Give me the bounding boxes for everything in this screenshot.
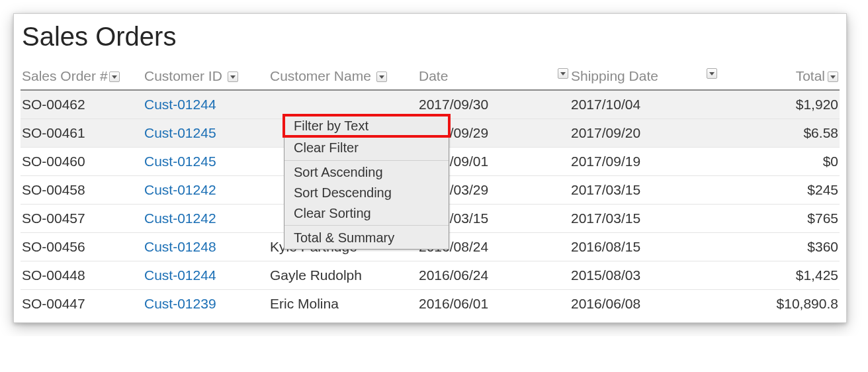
col-header-order[interactable]: Sales Order # <box>21 64 143 90</box>
cell-cust-id: Cust-01245 <box>143 119 269 148</box>
cell-ship: 2015/08/03 <box>570 261 718 290</box>
cell-order: SO-00458 <box>21 176 143 205</box>
col-header-cust-name[interactable]: Customer Name <box>269 64 417 90</box>
col-header-cust-id[interactable]: Customer ID <box>143 64 269 90</box>
page-title: Sales Orders <box>22 21 840 52</box>
cell-total: $1,920 <box>718 90 840 119</box>
customer-link[interactable]: Cust-01242 <box>144 210 216 226</box>
cell-ship: 2017/09/19 <box>570 148 718 176</box>
col-header-total-label: Total <box>796 68 825 83</box>
menu-clear-sorting[interactable]: Clear Sorting <box>284 203 449 224</box>
dropdown-icon[interactable] <box>376 71 387 82</box>
cell-total: $765 <box>718 205 840 233</box>
col-header-total[interactable]: Total <box>718 64 840 90</box>
cell-order: SO-00460 <box>21 148 143 176</box>
cell-cust-id: Cust-01244 <box>143 90 269 119</box>
menu-total-summary[interactable]: Total & Summary <box>284 227 449 249</box>
cell-ship: 2017/09/20 <box>570 119 718 148</box>
cell-total: $1,425 <box>718 261 840 290</box>
cell-total: $245 <box>718 176 840 205</box>
cell-cust-id: Cust-01242 <box>143 205 269 233</box>
cell-date: 2016/06/01 <box>417 290 570 316</box>
cell-cust-id: Cust-01244 <box>143 261 269 290</box>
dropdown-icon[interactable] <box>109 71 120 82</box>
cell-cust-id: Cust-01239 <box>143 290 269 316</box>
col-header-cust-name-label: Customer Name <box>270 68 371 83</box>
menu-separator <box>284 225 449 226</box>
col-header-ship-label: Shipping Date <box>571 68 658 83</box>
col-header-date[interactable]: Date <box>417 64 570 90</box>
cell-cust-name: Gayle Rudolph <box>269 261 417 290</box>
menu-sort-descending[interactable]: Sort Descending <box>284 183 449 203</box>
cell-order: SO-00456 <box>21 233 143 261</box>
column-context-menu: Filter by Text Clear Filter Sort Ascendi… <box>284 115 449 250</box>
cell-order: SO-00461 <box>21 119 143 148</box>
cell-ship: 2016/06/08 <box>570 290 718 316</box>
cell-ship: 2016/08/15 <box>570 233 718 261</box>
customer-link[interactable]: Cust-01245 <box>144 125 216 140</box>
customer-link[interactable]: Cust-01244 <box>144 267 216 283</box>
customer-link[interactable]: Cust-01245 <box>144 154 216 169</box>
cell-ship: 2017/10/04 <box>570 90 718 119</box>
cell-order: SO-00457 <box>21 205 143 233</box>
col-header-ship[interactable]: Shipping Date <box>570 64 718 90</box>
table-row[interactable]: SO-00447Cust-01239Eric Molina2016/06/012… <box>21 290 840 316</box>
customer-link[interactable]: Cust-01244 <box>144 97 216 112</box>
cell-order: SO-00462 <box>21 90 143 119</box>
dropdown-icon[interactable] <box>828 71 838 82</box>
menu-separator <box>284 160 449 161</box>
customer-link[interactable]: Cust-01248 <box>144 239 216 254</box>
cell-total: $0 <box>718 148 840 176</box>
menu-sort-ascending[interactable]: Sort Ascending <box>284 162 449 183</box>
menu-clear-filter[interactable]: Clear Filter <box>284 137 449 159</box>
table-header-row: Sales Order # Customer ID Customer Name … <box>21 64 840 90</box>
menu-filter-by-text[interactable]: Filter by Text <box>284 115 449 137</box>
cell-total: $360 <box>718 233 840 261</box>
customer-link[interactable]: Cust-01239 <box>144 296 216 311</box>
cell-cust-id: Cust-01242 <box>143 176 269 205</box>
col-header-cust-id-label: Customer ID <box>144 68 222 83</box>
cell-cust-id: Cust-01245 <box>143 148 269 176</box>
cell-total: $6.58 <box>718 119 840 148</box>
sales-orders-panel: Sales Orders Sales Order # Customer ID C… <box>13 13 847 323</box>
cell-order: SO-00447 <box>21 290 143 316</box>
cell-ship: 2017/03/15 <box>570 176 718 205</box>
col-header-order-label: Sales Order # <box>22 68 108 83</box>
cell-ship: 2017/03/15 <box>570 205 718 233</box>
cell-cust-name: Eric Molina <box>269 290 417 316</box>
cell-order: SO-00448 <box>21 261 143 290</box>
dropdown-icon[interactable] <box>228 71 238 82</box>
cell-date: 2016/06/24 <box>417 261 570 290</box>
customer-link[interactable]: Cust-01242 <box>144 182 216 197</box>
cell-total: $10,890.8 <box>718 290 840 316</box>
col-header-date-label: Date <box>419 68 448 83</box>
table-row[interactable]: SO-00448Cust-01244Gayle Rudolph2016/06/2… <box>21 261 840 290</box>
dropdown-icon[interactable] <box>558 68 568 79</box>
dropdown-icon[interactable] <box>707 68 717 79</box>
cell-cust-id: Cust-01248 <box>143 233 269 261</box>
